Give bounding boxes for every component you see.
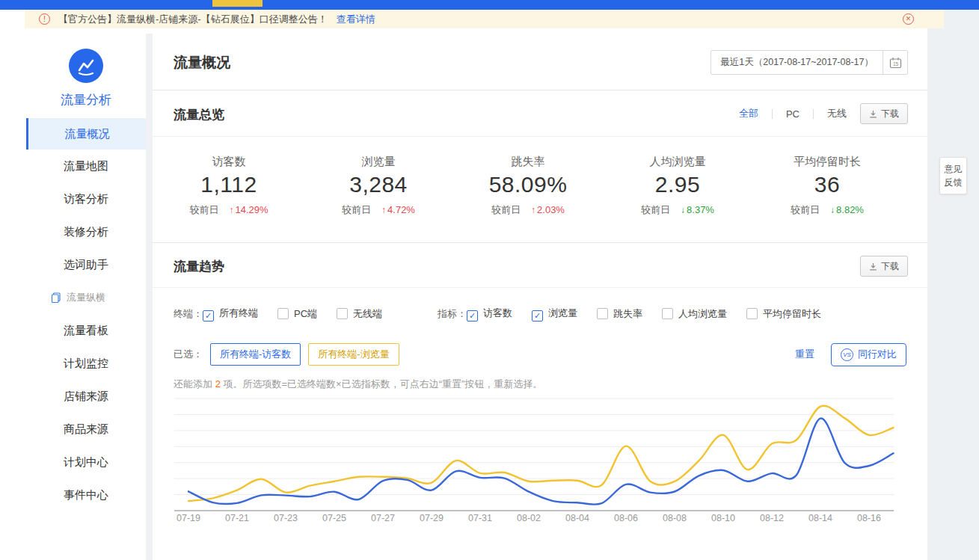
page-header: 流量概况 最近1天（2017-08-17~2017-08-17） 15 [153,34,927,90]
compare-label: 较前日 [791,204,820,215]
checkbox-icon[interactable] [597,308,608,319]
sidebar-item-event-center[interactable]: 事件中心 [26,479,146,511]
change-percent: 14.29% [235,204,268,215]
trend-arrow-icon: ↑ [229,205,233,215]
filter-wireless[interactable]: 无线 [826,107,848,120]
x-tick: 07-31 [468,513,492,523]
metric-value: 1,112 [154,172,304,197]
metric-views-per-visitor: 人均浏览量 2.95 较前日↓8.37% [603,155,752,217]
summary-controls: 全部 PC 无线 下载 [737,90,908,137]
sidebar-logo: 流量分析 [26,49,146,108]
traffic-trend-section: 流量趋势 下载 终端： ✓所有终端 PC端 无线端 指标： ✓访客数 ✓浏览量 … [153,243,927,560]
compare-label: 较前日 [491,204,521,215]
sidebar-item-traffic-overview[interactable]: 流量概况 [26,118,146,150]
trend-download-button[interactable]: 下载 [860,256,908,277]
filter-separator [772,109,773,119]
sidebar-item-traffic-map[interactable]: 流量地图 [26,150,146,182]
feedback-line2: 反馈 [940,176,966,189]
checkbox-icon[interactable]: ✓ [203,310,214,321]
change-percent: 2.03% [537,204,565,215]
summary-download-button[interactable]: 下载 [860,103,908,124]
selected-tag-visitors[interactable]: 所有终端-访客数 [210,343,301,366]
sidebar-app-title: 流量分析 [26,91,146,108]
filter-separator [813,109,814,119]
date-range-picker[interactable]: 最近1天（2017-08-17~2017-08-17） 15 [711,50,908,75]
documents-icon [51,292,61,303]
metric-label: 平均停留时长 [752,155,902,169]
checkbox-avg-stay-time[interactable]: 平均停留时长 [746,307,821,321]
x-tick: 07-23 [274,513,298,523]
sidebar-item-shop-source[interactable]: 店铺来源 [26,380,146,413]
trend-arrow-icon: ↓ [830,205,835,215]
sidebar-item-traffic-board[interactable]: 流量看板 [26,314,146,347]
page-title: 流量概况 [174,53,230,73]
trend-chart [174,395,920,514]
download-icon [869,262,877,271]
change-percent: 4.72% [387,204,415,215]
x-tick: 08-10 [711,513,735,523]
x-tick: 07-21 [225,513,249,523]
x-tick: 07-25 [322,513,346,523]
remaining-count: 2 [215,378,221,390]
trend-arrow-icon: ↑ [531,205,535,215]
trend-chart-canvas [174,395,920,514]
selected-tag-pageviews[interactable]: 所有终端-浏览量 [308,343,399,366]
page-right-gutter [927,10,979,560]
checkbox-icon[interactable]: ✓ [467,310,478,321]
compare-label: 较前日 [342,204,371,215]
close-icon[interactable]: ✕ [903,13,914,25]
reset-link[interactable]: 重置 [795,348,814,361]
metric-value: 58.09% [453,172,603,197]
announcement-bar: ! 【官方公告】流量纵横-店铺来源-【钻石展位】口径调整公告！ 查看详情 ✕ [25,10,944,28]
filter-all[interactable]: 全部 [737,107,760,120]
sidebar-item-visitor-analysis[interactable]: 访客分析 [26,182,146,215]
peer-compare-button[interactable]: VS 同行对比 [831,343,906,366]
compare-label: 较前日 [641,204,670,215]
change-percent: 8.82% [836,204,864,215]
metric-cards: 访客数 1,112 较前日↑14.29% 浏览量 3,284 较前日↑4.72%… [154,155,902,217]
metric-value: 2.95 [603,172,752,197]
sidebar-item-product-source[interactable]: 商品来源 [26,413,146,446]
metric-pageviews: 浏览量 3,284 较前日↑4.72% [304,155,453,217]
checkbox-icon[interactable] [662,308,673,319]
checkbox-views-per-visitor[interactable]: 人均浏览量 [662,307,727,321]
announcement-detail-link[interactable]: 查看详情 [337,13,375,26]
metric-label-prefix: 指标： [438,307,467,321]
download-icon [869,110,877,118]
checkbox-icon[interactable] [746,308,758,319]
sidebar-item-keyword-helper[interactable]: 选词助手 [26,248,146,281]
checkbox-pc-terminal[interactable]: PC端 [277,307,317,321]
sidebar-item-plan-center[interactable]: 计划中心 [26,446,146,479]
x-tick: 08-12 [760,513,784,523]
sidebar-item-plan-monitor[interactable]: 计划监控 [26,347,146,380]
checkbox-icon[interactable]: ✓ [532,310,543,321]
x-tick: 08-16 [857,513,881,523]
feedback-button[interactable]: 意见 反馈 [939,157,967,194]
metric-bounce-rate: 跳失率 58.09% 较前日↑2.03% [453,155,603,217]
sidebar-item-decoration-analysis[interactable]: 装修分析 [26,215,146,248]
vs-icon: VS [841,348,853,361]
main-panel: 流量概况 最近1天（2017-08-17~2017-08-17） 15 流量总览… [153,34,927,560]
x-tick: 07-29 [420,513,444,523]
compare-label: 较前日 [189,204,218,215]
warning-icon: ! [39,13,50,25]
filter-pc[interactable]: PC [785,108,801,120]
checkbox-all-terminals[interactable]: ✓所有终端 [203,307,258,321]
metric-value: 36 [752,172,902,197]
checkbox-bounce-rate[interactable]: 跳失率 [597,307,642,321]
browser-top-strip [0,0,979,10]
x-tick: 08-02 [517,513,541,523]
checkbox-icon[interactable] [337,308,348,319]
checkbox-visitors[interactable]: ✓访客数 [467,307,512,321]
sidebar-group-label: 流量纵横 [67,291,105,304]
date-range-text: 最近1天（2017-08-17~2017-08-17） [711,51,883,74]
metric-label: 跳失率 [453,155,603,169]
selected-label: 已选： [174,348,203,361]
metric-avg-stay-time: 平均停留时长 36 较前日↓8.82% [752,155,902,217]
checkbox-wireless-terminal[interactable]: 无线端 [337,307,382,321]
checkbox-pageviews[interactable]: ✓浏览量 [532,307,577,321]
x-tick: 08-06 [614,513,638,523]
checkbox-icon[interactable] [277,308,289,319]
metric-label: 人均浏览量 [603,155,752,169]
metric-label: 浏览量 [304,155,453,169]
